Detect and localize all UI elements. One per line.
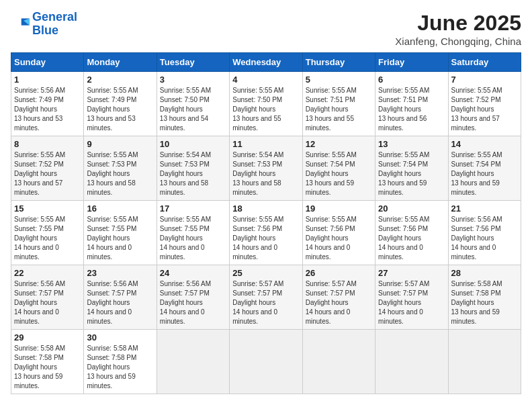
day-info: Sunrise: 5:56 AMSunset: 7:56 PMDaylight … xyxy=(451,216,502,261)
logo-line1: General xyxy=(32,10,77,24)
header-day-wednesday: Wednesday xyxy=(230,53,302,72)
calendar-cell: 23 Sunrise: 5:56 AMSunset: 7:57 PMDaylig… xyxy=(84,265,157,330)
day-info: Sunrise: 5:55 AMSunset: 7:54 PMDaylight … xyxy=(451,151,502,196)
day-info: Sunrise: 5:55 AMSunset: 7:52 PMDaylight … xyxy=(14,151,65,196)
day-number: 18 xyxy=(232,203,299,214)
calendar-cell: 6 Sunrise: 5:55 AMSunset: 7:51 PMDayligh… xyxy=(375,72,448,136)
header-day-monday: Monday xyxy=(84,53,157,72)
day-number: 16 xyxy=(87,203,153,214)
calendar-cell: 30 Sunrise: 5:58 AMSunset: 7:58 PMDaylig… xyxy=(84,330,157,394)
calendar-cell: 17 Sunrise: 5:55 AMSunset: 7:55 PMDaylig… xyxy=(157,201,229,265)
header-day-tuesday: Tuesday xyxy=(157,53,229,72)
calendar-cell: 24 Sunrise: 5:56 AMSunset: 7:57 PMDaylig… xyxy=(157,265,229,330)
day-info: Sunrise: 5:55 AMSunset: 7:56 PMDaylight … xyxy=(306,216,357,261)
day-number: 27 xyxy=(378,268,445,278)
calendar-week-5: 29 Sunrise: 5:58 AMSunset: 7:58 PMDaylig… xyxy=(11,330,521,394)
day-number: 24 xyxy=(160,268,226,278)
calendar-cell: 16 Sunrise: 5:55 AMSunset: 7:55 PMDaylig… xyxy=(84,201,157,265)
day-number: 10 xyxy=(160,139,226,149)
day-number: 19 xyxy=(306,203,372,214)
day-info: Sunrise: 5:58 AMSunset: 7:58 PMDaylight … xyxy=(14,345,65,390)
day-info: Sunrise: 5:55 AMSunset: 7:52 PMDaylight … xyxy=(451,87,502,132)
logo-icon xyxy=(11,16,30,32)
logo-line2: Blue xyxy=(32,24,58,37)
calendar-cell: 28 Sunrise: 5:58 AMSunset: 7:58 PMDaylig… xyxy=(448,265,521,330)
calendar-cell: 9 Sunrise: 5:55 AMSunset: 7:53 PMDayligh… xyxy=(84,136,157,201)
calendar-cell: 7 Sunrise: 5:55 AMSunset: 7:52 PMDayligh… xyxy=(448,72,521,136)
day-info: Sunrise: 5:57 AMSunset: 7:57 PMDaylight … xyxy=(306,280,357,325)
calendar-cell: 11 Sunrise: 5:54 AMSunset: 7:53 PMDaylig… xyxy=(230,136,302,201)
calendar-week-2: 8 Sunrise: 5:55 AMSunset: 7:52 PMDayligh… xyxy=(11,136,521,201)
day-info: Sunrise: 5:55 AMSunset: 7:55 PMDaylight … xyxy=(87,216,138,261)
day-info: Sunrise: 5:56 AMSunset: 7:57 PMDaylight … xyxy=(160,280,211,325)
day-number: 7 xyxy=(451,75,518,85)
day-number: 9 xyxy=(87,139,153,149)
day-number: 14 xyxy=(451,139,518,149)
calendar-cell: 10 Sunrise: 5:54 AMSunset: 7:53 PMDaylig… xyxy=(157,136,229,201)
calendar-cell xyxy=(302,330,375,394)
day-info: Sunrise: 5:56 AMSunset: 7:49 PMDaylight … xyxy=(14,87,65,132)
day-info: Sunrise: 5:55 AMSunset: 7:53 PMDaylight … xyxy=(87,151,138,196)
day-number: 28 xyxy=(451,268,518,278)
day-number: 13 xyxy=(378,139,445,149)
logo-text: General Blue xyxy=(32,11,77,38)
calendar-cell xyxy=(157,330,229,394)
day-number: 20 xyxy=(378,203,445,214)
calendar-cell xyxy=(448,330,521,394)
calendar-cell xyxy=(375,330,448,394)
calendar-cell: 21 Sunrise: 5:56 AMSunset: 7:56 PMDaylig… xyxy=(448,201,521,265)
calendar-cell: 2 Sunrise: 5:55 AMSunset: 7:49 PMDayligh… xyxy=(84,72,157,136)
location-title: Xianfeng, Chongqing, China xyxy=(395,36,521,47)
day-info: Sunrise: 5:55 AMSunset: 7:49 PMDaylight … xyxy=(87,87,138,132)
day-number: 15 xyxy=(14,203,81,214)
calendar-cell: 14 Sunrise: 5:55 AMSunset: 7:54 PMDaylig… xyxy=(448,136,521,201)
day-number: 21 xyxy=(451,203,518,214)
day-number: 11 xyxy=(232,139,299,149)
calendar-table: SundayMondayTuesdayWednesdayThursdayFrid… xyxy=(11,52,521,394)
calendar-cell: 26 Sunrise: 5:57 AMSunset: 7:57 PMDaylig… xyxy=(302,265,375,330)
day-info: Sunrise: 5:54 AMSunset: 7:53 PMDaylight … xyxy=(160,151,211,196)
day-info: Sunrise: 5:56 AMSunset: 7:57 PMDaylight … xyxy=(87,280,138,325)
calendar-cell: 5 Sunrise: 5:55 AMSunset: 7:51 PMDayligh… xyxy=(302,72,375,136)
calendar-cell: 20 Sunrise: 5:55 AMSunset: 7:56 PMDaylig… xyxy=(375,201,448,265)
calendar-cell: 19 Sunrise: 5:55 AMSunset: 7:56 PMDaylig… xyxy=(302,201,375,265)
header-day-thursday: Thursday xyxy=(302,53,375,72)
day-info: Sunrise: 5:56 AMSunset: 7:57 PMDaylight … xyxy=(14,280,65,325)
day-info: Sunrise: 5:55 AMSunset: 7:50 PMDaylight … xyxy=(160,87,211,132)
calendar-cell xyxy=(230,330,302,394)
title-area: June 2025 Xianfeng, Chongqing, China xyxy=(395,11,521,47)
calendar-cell: 15 Sunrise: 5:55 AMSunset: 7:55 PMDaylig… xyxy=(11,201,84,265)
calendar-cell: 29 Sunrise: 5:58 AMSunset: 7:58 PMDaylig… xyxy=(11,330,84,394)
day-info: Sunrise: 5:57 AMSunset: 7:57 PMDaylight … xyxy=(378,280,429,325)
day-number: 12 xyxy=(306,139,372,149)
calendar-cell: 18 Sunrise: 5:55 AMSunset: 7:56 PMDaylig… xyxy=(230,201,302,265)
day-number: 4 xyxy=(232,75,299,85)
day-number: 22 xyxy=(14,268,81,278)
day-number: 30 xyxy=(87,332,153,342)
day-info: Sunrise: 5:54 AMSunset: 7:53 PMDaylight … xyxy=(232,151,283,196)
day-info: Sunrise: 5:55 AMSunset: 7:51 PMDaylight … xyxy=(378,87,429,132)
logo: General Blue xyxy=(11,11,77,38)
day-number: 6 xyxy=(378,75,445,85)
day-number: 25 xyxy=(232,268,299,278)
day-info: Sunrise: 5:55 AMSunset: 7:55 PMDaylight … xyxy=(14,216,65,261)
month-title: June 2025 xyxy=(395,11,521,36)
calendar-week-1: 1 Sunrise: 5:56 AMSunset: 7:49 PMDayligh… xyxy=(11,72,521,136)
calendar-cell: 3 Sunrise: 5:55 AMSunset: 7:50 PMDayligh… xyxy=(157,72,229,136)
header: General Blue June 2025 Xianfeng, Chongqi… xyxy=(11,11,521,47)
calendar-cell: 22 Sunrise: 5:56 AMSunset: 7:57 PMDaylig… xyxy=(11,265,84,330)
header-day-sunday: Sunday xyxy=(11,53,84,72)
calendar-cell: 27 Sunrise: 5:57 AMSunset: 7:57 PMDaylig… xyxy=(375,265,448,330)
day-info: Sunrise: 5:55 AMSunset: 7:56 PMDaylight … xyxy=(378,216,429,261)
calendar-cell: 13 Sunrise: 5:55 AMSunset: 7:54 PMDaylig… xyxy=(375,136,448,201)
day-number: 29 xyxy=(14,332,81,342)
day-number: 23 xyxy=(87,268,153,278)
day-info: Sunrise: 5:55 AMSunset: 7:55 PMDaylight … xyxy=(160,216,211,261)
header-day-friday: Friday xyxy=(375,53,448,72)
calendar-week-4: 22 Sunrise: 5:56 AMSunset: 7:57 PMDaylig… xyxy=(11,265,521,330)
calendar-cell: 12 Sunrise: 5:55 AMSunset: 7:54 PMDaylig… xyxy=(302,136,375,201)
day-info: Sunrise: 5:55 AMSunset: 7:54 PMDaylight … xyxy=(378,151,429,196)
day-number: 1 xyxy=(14,75,81,85)
day-info: Sunrise: 5:57 AMSunset: 7:57 PMDaylight … xyxy=(232,280,283,325)
day-number: 8 xyxy=(14,139,81,149)
